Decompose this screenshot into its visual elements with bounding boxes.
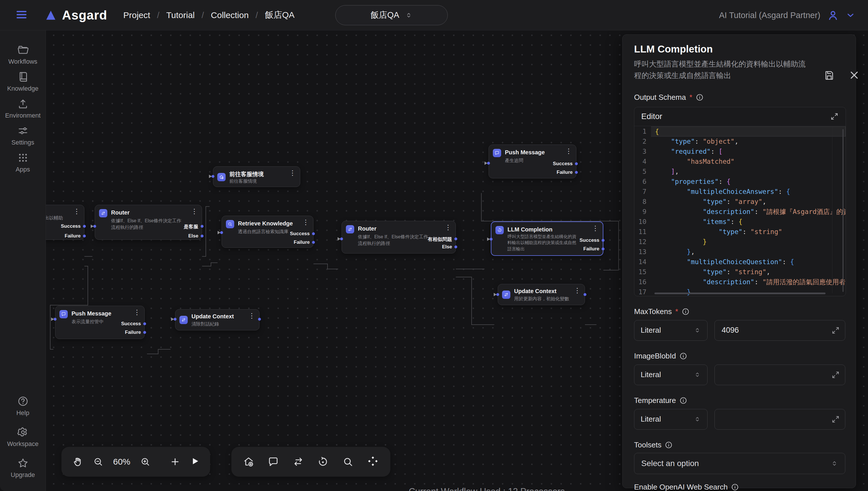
pan-hand-icon[interactable] (72, 456, 83, 467)
edge-segment (603, 270, 619, 270)
input-port[interactable] (340, 237, 343, 240)
editor-code[interactable]: 1{2 "type": "object",3 "required": [4 "h… (634, 126, 846, 296)
asgard-logo[interactable]: Asgard (45, 8, 107, 22)
workflow-selector[interactable]: 飯店QA (335, 5, 448, 25)
node-menu-icon[interactable]: ⋮ (289, 169, 296, 177)
node-menu-icon[interactable]: ⋮ (574, 287, 581, 294)
toolsets-label: Toolsets (634, 440, 845, 450)
node-menu-icon[interactable]: ⋮ (302, 218, 309, 226)
input-port[interactable] (490, 238, 493, 241)
node-push-message-bottom[interactable]: Push Message 表示流量控管中 ⋮ Success Failure (55, 306, 145, 339)
add-node-icon[interactable] (170, 457, 180, 467)
maxtokens-mode-select[interactable]: Literal (634, 320, 708, 341)
required-asterisk: * (689, 93, 692, 102)
node-update-context-bottom[interactable]: Update Context 清除對話紀錄 ⋮ (175, 309, 260, 330)
node-menu-icon[interactable]: ⋮ (592, 224, 599, 232)
toolsets-select[interactable]: Select an option (634, 453, 845, 474)
schema-editor[interactable]: Editor 1{2 "type": "object",3 "required"… (634, 107, 846, 296)
ai-tool-icon[interactable] (317, 456, 329, 467)
output-port[interactable] (312, 241, 315, 244)
save-icon[interactable] (823, 70, 835, 81)
hamburger-menu-icon[interactable] (15, 8, 28, 22)
breadcrumb-tutorial[interactable]: Tutorial (166, 10, 195, 20)
breadcrumb-collection[interactable]: Collection (211, 10, 249, 20)
node-scene[interactable]: 前往客服情境 前往客服情境 ⋮ (213, 166, 300, 187)
sidebar-item-apps[interactable]: Apps (0, 149, 46, 176)
input-port[interactable] (174, 318, 177, 321)
output-port[interactable] (143, 322, 146, 325)
close-icon[interactable] (848, 69, 860, 81)
zoom-in-icon[interactable] (140, 457, 151, 467)
node-menu-icon[interactable]: ⋮ (133, 308, 140, 316)
editor-horizontal-scrollbar[interactable] (654, 292, 825, 294)
node-menu-icon[interactable]: ⋮ (248, 312, 255, 320)
sidebar-item-environment[interactable]: Environment (0, 95, 46, 122)
info-icon[interactable] (731, 483, 739, 491)
info-icon[interactable] (679, 352, 687, 360)
expand-icon[interactable] (830, 112, 839, 121)
input-port[interactable] (220, 231, 223, 234)
temperature-mode-select[interactable]: Literal (634, 409, 708, 430)
output-port[interactable] (83, 225, 86, 228)
node-menu-icon[interactable]: ⋮ (565, 147, 572, 155)
sidebar-item-workspace[interactable]: Workspace (0, 422, 46, 453)
input-port[interactable] (496, 293, 499, 296)
output-port[interactable] (201, 235, 204, 237)
node-llm-completion[interactable]: LLM Completion 呼叫大型語言模型並產生結構化的資料輸出以輔助流程的… (491, 222, 603, 256)
align-tool-icon[interactable] (367, 455, 379, 468)
output-port[interactable] (201, 225, 204, 228)
sidebar-item-help[interactable]: Help (0, 391, 46, 422)
node-update-context-right[interactable]: Update Context 用於更新內容，初始化變數 ⋮ (498, 284, 585, 305)
info-icon[interactable] (665, 441, 673, 449)
imageblobid-mode-select[interactable]: Literal (634, 365, 708, 385)
zoom-out-icon[interactable] (93, 457, 103, 467)
node-menu-icon[interactable]: ⋮ (191, 207, 198, 215)
edge-segment (84, 256, 92, 257)
output-port[interactable] (143, 331, 146, 334)
input-port[interactable] (487, 162, 490, 165)
output-port[interactable] (258, 318, 261, 321)
editor-vertical-scrollbar[interactable] (842, 129, 844, 292)
imageblobid-input[interactable] (714, 365, 845, 385)
comment-tool-icon[interactable] (268, 456, 279, 467)
info-icon[interactable] (696, 93, 704, 101)
sidebar-item-knowledge[interactable]: Knowledge (0, 68, 46, 95)
breadcrumb-project[interactable]: Project (124, 10, 150, 20)
info-icon[interactable] (682, 308, 689, 316)
breadcrumb-workflow[interactable]: 飯店QA (265, 9, 295, 21)
sidebar-item-workflows[interactable]: Workflows (0, 41, 46, 68)
info-icon[interactable] (679, 397, 687, 404)
input-port[interactable] (212, 175, 214, 178)
expand-icon[interactable] (831, 371, 840, 379)
output-port[interactable] (584, 293, 587, 296)
maxtokens-input[interactable]: 4096 (714, 320, 845, 341)
scene-tool-icon[interactable] (243, 456, 254, 467)
output-port[interactable] (454, 246, 457, 249)
node-router-2[interactable]: Router 依據If、Else If、Else條件決定工作流程執行的路徑 ⋮ … (342, 221, 456, 254)
search-tool-icon[interactable] (342, 456, 354, 467)
expand-icon[interactable] (831, 415, 840, 424)
node-router-1[interactable]: Router 依據If、Else If、Else條件決定工作流程執行的路徑 ⋮ … (95, 205, 202, 240)
output-port[interactable] (575, 162, 578, 165)
swap-tool-icon[interactable] (293, 456, 304, 467)
input-port[interactable] (93, 225, 96, 228)
temperature-input[interactable] (714, 409, 845, 430)
output-port[interactable] (83, 235, 86, 237)
output-port[interactable] (312, 232, 315, 235)
node-menu-icon[interactable]: ⋮ (444, 224, 452, 231)
account-menu[interactable]: AI Tutorial (Asgard Partner) (719, 0, 856, 30)
sidebar-item-settings[interactable]: Settings (0, 122, 46, 149)
run-workflow-icon[interactable] (190, 456, 200, 467)
node-retrieve-knowledge[interactable]: Retrieve Knowledge 透過自然語言檢索知識庫 ⋮ Success… (222, 216, 314, 248)
sidebar-item-upgrade[interactable]: Upgrade (0, 453, 46, 484)
output-port[interactable] (454, 237, 457, 240)
node-menu-icon[interactable]: ⋮ (73, 207, 80, 215)
node-push-message-top[interactable]: Push Message 產生追問 ⋮ Success Failure (489, 145, 576, 178)
star-icon (17, 457, 29, 469)
output-port[interactable] (602, 239, 604, 242)
expand-icon[interactable] (831, 326, 840, 335)
chevron-updown-icon (694, 415, 701, 423)
output-port[interactable] (602, 248, 604, 250)
input-port[interactable] (54, 318, 57, 321)
output-port[interactable] (575, 171, 578, 174)
